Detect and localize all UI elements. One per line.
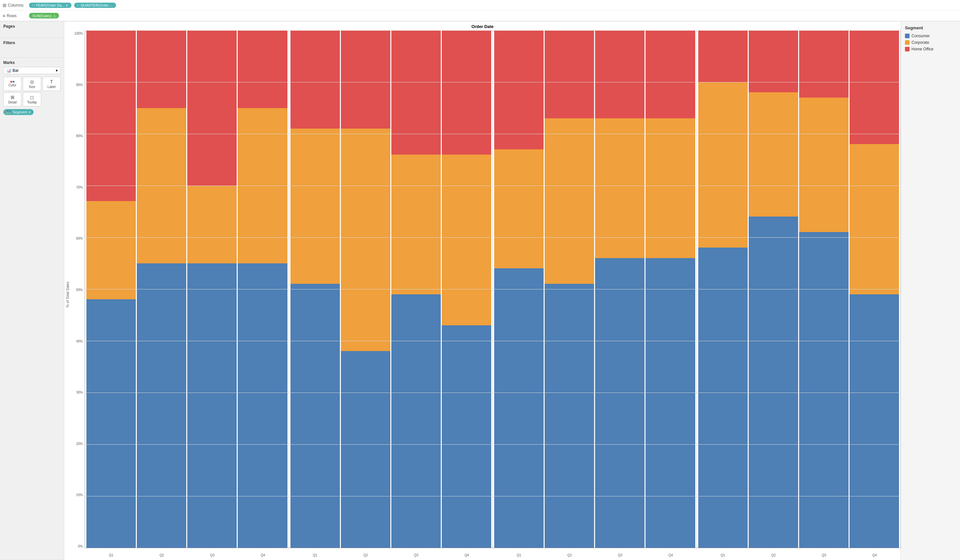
filters-title: Filters [3, 40, 61, 45]
y-axis-title: % of Total Sales [64, 30, 71, 559]
bar-2021-Q3[interactable] [595, 30, 645, 548]
consumer-segment [290, 284, 340, 548]
corporate-segment [137, 108, 186, 263]
year-pill[interactable]: □ YEAR(Order Da... ≡ [29, 3, 72, 8]
corporate-segment [749, 92, 798, 216]
color-button[interactable]: Color [3, 77, 21, 91]
consumer-segment [442, 325, 491, 548]
filters-section: Filters [0, 38, 64, 58]
bar-2022-Q4[interactable] [442, 30, 491, 548]
x-axis-labels: Q1Q2Q3Q4Q1Q2Q3Q4Q1Q2Q3Q4Q1Q2Q3Q4 [85, 552, 901, 557]
marks-type-caret: ▾ [56, 68, 58, 73]
home-office-segment [494, 30, 544, 149]
consumer-segment [645, 258, 695, 548]
bar-2021-Q1[interactable] [494, 30, 544, 548]
rows-label: ≡ Rows [3, 13, 29, 18]
color-icon [10, 81, 14, 83]
quarter-label-2020-Q2: Q2 [749, 552, 798, 557]
bar-2022-Q2[interactable] [341, 30, 390, 548]
detail-button[interactable]: ⊞ Detail [3, 92, 21, 106]
legend-panel: Segment Consumer Corporate Home Office [901, 21, 960, 560]
quarter-label-2022-Q3: Q3 [391, 552, 441, 557]
consumer-segment [187, 263, 237, 548]
y-label-0: 0% [78, 544, 83, 548]
marks-type-select[interactable]: 📊 Bar ▾ [3, 67, 61, 74]
legend-consumer: Consumer [905, 34, 956, 38]
quarter-label-2021-Q1: Q1 [494, 552, 544, 557]
consumer-segment [749, 216, 798, 548]
quarter-label-2019-Q3: Q3 [187, 552, 237, 557]
rows-shelf: ≡ Rows SUM(Sales) △ [0, 11, 960, 21]
bar-2019-Q2[interactable] [137, 30, 186, 548]
quarter-label-2020-Q1: Q1 [698, 552, 748, 557]
columns-label: ⊞ Columns [3, 3, 29, 8]
home-office-segment [595, 30, 645, 118]
segment-dots [6, 110, 11, 114]
consumer-segment [850, 294, 899, 548]
chart-body: % of Total Sales 100% 90% 80% 70% 60% 50… [64, 30, 901, 560]
corporate-segment [545, 118, 594, 284]
bar-2020-Q1[interactable] [698, 30, 748, 548]
label-button[interactable]: T Label [43, 77, 61, 91]
corporate-segment [442, 155, 491, 325]
rows-pills: SUM(Sales) △ [29, 13, 60, 18]
consumer-segment [238, 263, 287, 548]
corporate-segment [391, 155, 441, 294]
year-group-2021 [493, 30, 697, 548]
bar-2020-Q2[interactable] [749, 30, 798, 548]
home-office-segment [545, 30, 594, 118]
tooltip-button[interactable]: ◻ Tooltip [23, 92, 41, 106]
quarter-label-2021-Q2: Q2 [545, 552, 594, 557]
year-pill-caret: ≡ [66, 3, 68, 7]
marks-section: Marks 📊 Bar ▾ Color ◎ [0, 58, 64, 560]
home-office-segment [86, 30, 136, 201]
home-office-segment [391, 30, 441, 155]
bar-2019-Q3[interactable] [187, 30, 237, 548]
y-label-20: 20% [76, 442, 83, 446]
bar-2019-Q1[interactable] [86, 30, 136, 548]
quarter-pill[interactable]: □ QUARTER(Order ... [74, 3, 116, 8]
bar-2019-Q4[interactable] [238, 30, 287, 548]
home-office-segment [290, 30, 340, 128]
home-office-label: Home Office [912, 47, 933, 51]
year-group-2020 [697, 30, 901, 548]
y-label-90: 90% [76, 83, 83, 87]
year-group-2022 [289, 30, 493, 548]
bar-2021-Q2[interactable] [545, 30, 594, 548]
y-label-70: 70% [76, 186, 83, 189]
segment-label: Segment [13, 110, 27, 114]
marks-title: Marks [3, 60, 61, 65]
corporate-segment [86, 201, 136, 299]
bar-2021-Q4[interactable] [645, 30, 695, 548]
consumer-segment [799, 232, 849, 548]
size-button[interactable]: ◎ Size [23, 77, 41, 91]
bar-2022-Q3[interactable] [391, 30, 441, 548]
y-label-50: 50% [76, 288, 83, 292]
consumer-segment [391, 294, 441, 548]
sum-sales-pill[interactable]: SUM(Sales) △ [29, 13, 59, 18]
corporate-segment [850, 144, 899, 294]
corporate-segment [187, 186, 237, 263]
home-office-segment [799, 30, 849, 98]
bar-2020-Q4[interactable] [850, 30, 899, 548]
pages-section: Pages [0, 21, 64, 38]
quarter-label-2019-Q2: Q2 [137, 552, 186, 557]
pages-title: Pages [3, 24, 61, 29]
label-icon: T [50, 79, 53, 84]
tooltip-icon: ◻ [30, 94, 34, 100]
segment-pill[interactable]: Segment ≡ [3, 109, 34, 115]
legend-title: Segment [905, 26, 956, 30]
quarter-label-2019-Q4: Q4 [238, 552, 288, 557]
quarter-label-2021-Q4: Q4 [646, 552, 695, 557]
left-panel: Pages Filters Marks 📊 Bar ▾ [0, 21, 64, 560]
quarter-label-2019-Q1: Q1 [86, 552, 136, 557]
home-office-segment [749, 30, 798, 92]
home-office-segment [442, 30, 491, 155]
consumer-segment [137, 263, 186, 548]
bar-2020-Q3[interactable] [799, 30, 849, 548]
y-label-100: 100% [74, 32, 83, 35]
columns-pills: □ YEAR(Order Da... ≡ □ QUARTER(Order ... [29, 3, 117, 8]
marks-type-label: Bar [13, 68, 54, 73]
bar-2022-Q1[interactable] [290, 30, 340, 548]
quarter-label-2020-Q3: Q3 [799, 552, 849, 557]
